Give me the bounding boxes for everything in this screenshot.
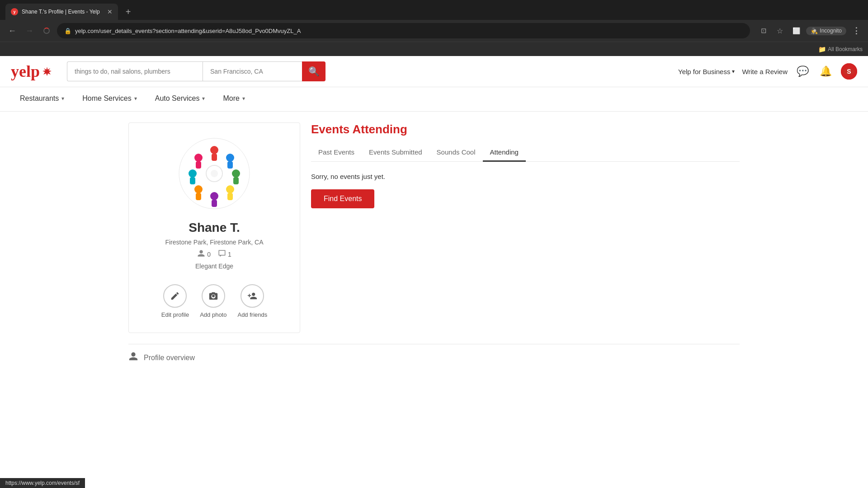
more-options-button[interactable]: ⋮ [850,24,863,37]
reviews-count: 1 [228,251,231,258]
add-photo-label: Add photo [200,311,226,318]
add-friends-icon-circle [241,284,264,308]
side-panel-icon[interactable]: ⬜ [790,24,802,37]
svg-point-7 [232,169,240,178]
nav-label-more: More [223,94,239,103]
profile-actions: Edit profile Add photo Add friends [140,284,289,318]
user-avatar[interactable]: S [841,63,857,80]
tab-events-submitted[interactable]: Events Submitted [362,144,429,162]
nav-item-home-services[interactable]: Home Services ▾ [73,87,146,111]
tab-close-button[interactable]: ✕ [107,8,113,15]
profile-avatar-area [178,137,250,211]
nav-label-auto-services: Auto Services [155,94,200,103]
svg-point-3 [210,146,218,154]
lock-icon: 🔒 [64,28,71,34]
profile-name: Shane T. [189,221,240,235]
reload-button[interactable] [40,24,53,38]
location-input[interactable] [203,61,302,81]
tab-past-events[interactable]: Past Events [311,144,362,162]
search-form: 🔍 [67,61,326,81]
nav-label-home-services: Home Services [82,94,131,103]
back-button[interactable]: ← [5,24,19,38]
yelp-nav: Restaurants ▾ Home Services ▾ Auto Servi… [0,87,868,112]
reload-icon [43,28,50,34]
svg-point-9 [226,185,234,193]
profile-sidebar: Shane T. Firestone Park, Firestone Park,… [128,122,300,333]
address-bar[interactable]: 🔒 yelp.com/user_details_events?section=a… [57,23,750,38]
edit-profile-action[interactable]: Edit profile [161,284,189,318]
svg-rect-18 [196,161,201,169]
yelp-for-business-link[interactable]: Yelp for Business ▾ [678,68,735,75]
nav-icons: ⊡ ☆ ⬜ 🕵 Incognito ⋮ [757,24,863,37]
forward-icon: → [25,26,33,36]
active-tab[interactable]: y Shane T.'s Profile | Events - Yelp ✕ [5,4,118,20]
svg-rect-12 [212,200,217,207]
back-icon: ← [8,26,16,36]
nav-item-auto-services[interactable]: Auto Services ▾ [146,87,214,111]
svg-rect-10 [227,193,233,200]
chevron-down-icon-more: ▾ [242,95,245,102]
add-photo-icon-circle [202,284,225,308]
profile-avatar-image [178,137,250,210]
new-tab-button[interactable]: + [122,5,135,19]
tab-favicon: y [11,8,18,15]
nav-label-restaurants: Restaurants [20,94,59,103]
bookmarks-label: All Bookmarks [828,46,863,52]
bookmarks-folder-icon: 📁 [818,46,826,53]
tab-sounds-cool-label: Sounds Cool [437,148,476,156]
friends-count: 0 [207,251,211,258]
write-review-link[interactable]: Write a Review [742,68,788,75]
edit-profile-label: Edit profile [161,311,189,318]
yelp-for-business-label: Yelp for Business [678,68,730,75]
bell-icon: 🔔 [820,66,832,77]
tab-sounds-cool[interactable]: Sounds Cool [429,144,483,162]
camera-icon [208,291,218,301]
profile-tag: Elegant Edge [195,263,233,270]
search-input[interactable] [67,61,203,81]
add-photo-action[interactable]: Add photo [200,284,226,318]
chat-button[interactable]: 💬 [795,64,811,79]
profile-overview-section: Profile overview [118,344,750,378]
svg-rect-4 [212,154,217,161]
nav-item-more[interactable]: More ▾ [214,87,254,111]
edit-icon [170,291,180,301]
svg-rect-8 [233,177,239,184]
find-events-button[interactable]: Find Events [311,189,374,208]
svg-point-20 [211,170,218,177]
tab-events-submitted-label: Events Submitted [369,148,422,156]
all-bookmarks[interactable]: 📁 All Bookmarks [818,46,863,53]
header-actions: Yelp for Business ▾ Write a Review 💬 🔔 S [678,63,857,80]
avatar-svg: S [841,63,857,80]
incognito-badge: 🕵 Incognito [806,27,846,35]
nav-item-restaurants[interactable]: Restaurants ▾ [11,87,73,111]
profile-overview-item[interactable]: Profile overview [128,344,740,371]
incognito-label: Incognito [820,28,842,34]
edit-profile-icon-circle [163,284,187,308]
yelp-for-business-chevron: ▾ [732,68,735,75]
incognito-icon: 🕵 [811,28,818,34]
stat-friends: 0 [197,249,211,259]
stat-reviews: 1 [218,249,231,259]
svg-rect-6 [227,161,233,169]
notifications-button[interactable]: 🔔 [818,64,834,79]
tab-attending[interactable]: Attending [483,144,526,162]
tab-attending-label: Attending [490,148,519,156]
cast-icon[interactable]: ⊡ [757,24,770,37]
yelp-logo[interactable]: yelp [11,62,52,81]
svg-point-17 [194,154,203,162]
chat-icon: 💬 [797,66,809,77]
reviews-icon [218,249,226,259]
status-url: https://www.yelp.com/events/sf [5,480,80,486]
yelp-logo-text: yelp [11,62,40,81]
add-friends-label: Add friends [237,311,267,318]
events-tabs: Past Events Events Submitted Sounds Cool… [311,144,740,162]
yelp-burst-icon [42,66,52,77]
bookmark-star-icon[interactable]: ☆ [774,24,786,37]
browser-chrome: y Shane T.'s Profile | Events - Yelp ✕ +… [0,0,868,56]
main-content: Shane T. Firestone Park, Firestone Park,… [118,112,750,344]
add-friends-action[interactable]: Add friends [237,284,267,318]
svg-point-13 [194,185,203,193]
search-button[interactable]: 🔍 [302,61,326,81]
events-section: Events Attending Past Events Events Subm… [311,122,740,333]
forward-button[interactable]: → [23,24,36,38]
